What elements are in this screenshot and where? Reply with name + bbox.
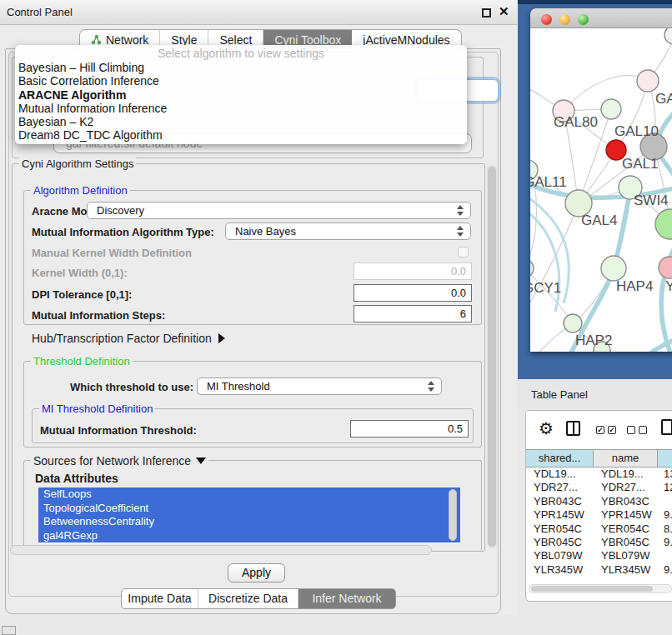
which-threshold-label: Which threshold to use: [70, 381, 193, 393]
zoom-traffic-light-icon[interactable] [578, 14, 589, 25]
table-scrollbar-thumb[interactable] [531, 586, 653, 592]
mi-threshold-field[interactable]: 0.5 [350, 420, 469, 438]
algorithm-popup-list: Bayesian – Hill ClimbingBasic Correlatio… [15, 61, 467, 142]
network-svg: GALGAL80GAL10GAL1GAL11SWI4GAL4GCY1HAP4YH… [530, 28, 672, 352]
tab-infer-network[interactable]: Infer Network [298, 589, 395, 608]
node-label: GAL1 [622, 156, 658, 172]
dpi-tolerance-field[interactable]: 0.0 [354, 284, 472, 302]
node-label: GAL10 [614, 123, 659, 139]
table-horizontal-scrollbar[interactable] [529, 584, 672, 593]
float-window-icon[interactable] [482, 8, 491, 18]
node-label: HAP4 [616, 278, 653, 294]
close-traffic-light-icon[interactable] [541, 14, 552, 25]
table-toolbar: ⚙ ✓✓ [526, 411, 672, 449]
mi-threshold-label: Mutual Information Threshold: [40, 424, 197, 437]
attribute-item[interactable]: SelfLoops [38, 488, 460, 502]
network-canvas[interactable]: GALGAL80GAL10GAL1GAL11SWI4GAL4GCY1HAP4YH… [530, 28, 672, 352]
dpi-tolerance-label: DPI Tolerance [0,1]: [32, 288, 132, 301]
manual-kernel-label: Manual Kernel Width Definition [32, 247, 192, 259]
kernel-width-field[interactable]: 0.0 [354, 262, 472, 280]
table-row[interactable]: YPR145WYPR145W9. [526, 508, 672, 522]
bottom-tab-strip: Impute Data Discretize Data Infer Networ… [121, 588, 396, 609]
network-icon [91, 34, 102, 45]
algorithm-dropdown-popup: Select algorithm to view settings Bayesi… [15, 45, 467, 144]
tab-discretize-data[interactable]: Discretize Data [198, 589, 298, 608]
algorithm-option[interactable]: Mutual Information Inference [15, 102, 467, 115]
stepper-icon [428, 381, 435, 392]
aracne-mode-combo[interactable]: Discovery [87, 202, 471, 219]
network-node[interactable] [637, 70, 659, 92]
network-node[interactable] [601, 256, 626, 281]
deselect-all-columns-icon[interactable] [627, 426, 647, 434]
network-node[interactable] [564, 314, 582, 332]
apply-button[interactable]: Apply [228, 563, 285, 582]
node-label: HAP2 [575, 332, 612, 348]
collapsed-arrow-icon [218, 333, 225, 343]
control-panel: Control Panel ✕ Network Style Select Cyn… [0, 0, 517, 615]
algorithm-option[interactable]: Dream8 DC_TDC Algorithm [15, 128, 467, 142]
column-header-clipped[interactable] [658, 450, 672, 467]
mi-type-label: Mutual Information Algorithm Type: [32, 226, 214, 238]
close-icon[interactable]: ✕ [499, 4, 509, 19]
threshold-definition-title: Threshold Definition [31, 355, 133, 368]
algorithm-option[interactable]: ARACNE Algorithm [15, 88, 467, 102]
algorithm-option[interactable]: Bayesian – K2 [15, 115, 467, 128]
network-node[interactable] [530, 259, 534, 278]
column-header-shared[interactable]: shared... [526, 450, 594, 467]
panel-title: Control Panel [7, 6, 73, 18]
manual-kernel-checkbox[interactable] [458, 247, 469, 258]
network-node[interactable] [659, 257, 672, 278]
document-icon[interactable] [661, 419, 672, 435]
mi-steps-field[interactable]: 6 [354, 305, 472, 322]
table-row[interactable]: YDR27...YDR27...12 [526, 481, 672, 494]
columns-icon[interactable] [566, 421, 580, 436]
table-panel-title: Table Panel [531, 388, 588, 401]
select-all-columns-icon[interactable]: ✓✓ [596, 426, 616, 434]
settings-group-title: Cyni Algorithm Settings [19, 158, 136, 170]
stepper-icon [457, 226, 464, 237]
settings-horizontal-scrollbar[interactable] [10, 545, 432, 555]
sources-group-title[interactable]: Sources for Network Inference [31, 454, 208, 468]
algorithm-definition-title: Algorithm Definition [31, 184, 130, 197]
attributes-scrollbar[interactable] [449, 489, 457, 541]
table-row[interactable]: YLR345WYLR345W9. [526, 563, 672, 577]
table-row[interactable]: YBR045CYBR045C9. [526, 536, 672, 549]
which-threshold-combo[interactable]: MI Threshold [197, 378, 442, 395]
table-row[interactable]: YIL052CYIL052C9. [526, 577, 672, 579]
data-attributes-label: Data Attributes [35, 472, 118, 485]
application: Control Panel ✕ Network Style Select Cyn… [0, 0, 672, 635]
network-window-titlebar[interactable] [530, 8, 672, 28]
network-node[interactable] [601, 99, 621, 119]
node-label: SWI4 [634, 192, 669, 208]
attribute-item[interactable]: TopologicalCoefficient [38, 502, 460, 516]
table-panel: ⚙ ✓✓ shared... name YDL19...YDL19...13YD… [525, 410, 672, 602]
mi-threshold-definition-title: MI Threshold Definition [39, 402, 155, 415]
table-row[interactable]: YBL079WYBL079W [526, 549, 672, 562]
minimize-traffic-light-icon[interactable] [559, 14, 570, 25]
gear-icon[interactable]: ⚙ [539, 418, 554, 438]
node-label: Y [665, 278, 672, 294]
column-header-name[interactable]: name [594, 450, 658, 467]
network-node[interactable] [664, 28, 672, 44]
table-body: YDL19...YDL19...13YDR27...YDR27...12YBR0… [526, 468, 672, 579]
network-node[interactable] [655, 209, 672, 239]
mi-type-combo[interactable]: Naive Bayes [225, 222, 471, 240]
table-row[interactable]: YER054CYER054C8. [526, 522, 672, 536]
algorithm-option[interactable]: Basic Correlation Inference [15, 74, 467, 88]
data-attributes-list: SelfLoopsTopologicalCoefficientBetweenne… [38, 488, 460, 543]
hub-definition-toggle[interactable]: Hub/Transcription Factor Definition [32, 332, 225, 345]
tab-impute-data[interactable]: Impute Data [122, 589, 198, 608]
kernel-width-label: Kernel Width (0,1): [32, 267, 128, 279]
node-label: GCY1 [530, 280, 561, 296]
settings-scrollbar-thumb[interactable] [488, 167, 496, 547]
collapsed-panel-button[interactable] [2, 626, 16, 635]
node-label: GAL11 [530, 174, 567, 190]
attribute-item[interactable]: BetweennessCentrality [38, 515, 460, 529]
algorithm-option[interactable]: Bayesian – Hill Climbing [15, 61, 467, 74]
table-row[interactable]: YBR043CYBR043C [526, 495, 672, 508]
network-view-window: GALGAL80GAL10GAL1GAL11SWI4GAL4GCY1HAP4YH… [530, 8, 672, 352]
popup-hint: Select algorithm to view settings [15, 47, 467, 61]
table-panel-titlebar: Table Panel [517, 379, 672, 410]
table-row[interactable]: YDL19...YDL19...13 [526, 468, 672, 481]
attribute-item[interactable]: gal4RGexp [38, 529, 460, 543]
